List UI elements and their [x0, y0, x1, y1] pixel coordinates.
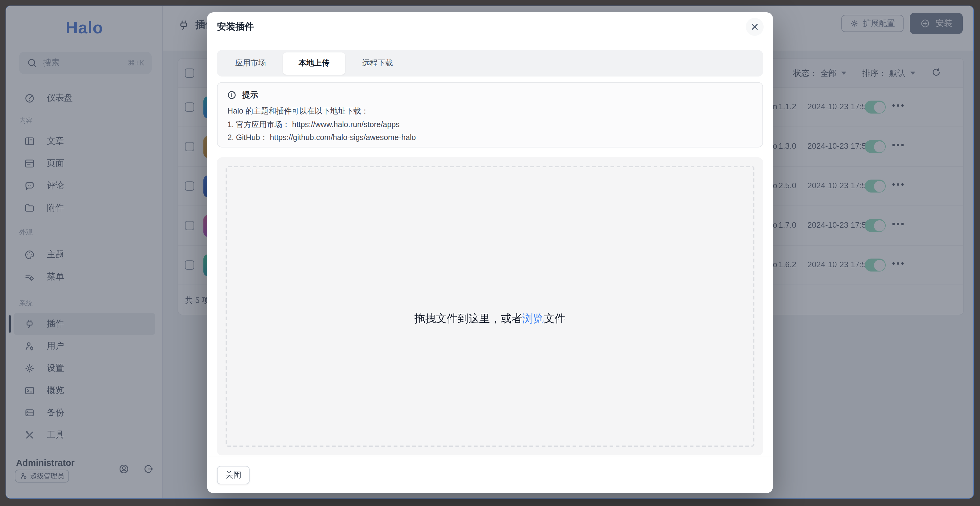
tip-box: 提示 Halo 的主题和插件可以在以下地址下载： 1. 官方应用市场： http… [217, 82, 763, 147]
install-plugin-modal: 安装插件 应用市场 本地上传 远程下载 提示 Halo 的主题和插件可以在以下地… [207, 12, 773, 493]
tip-line: 1. 官方应用市场： https://www.halo.run/store/ap… [228, 120, 400, 130]
modal-header: 安装插件 [207, 12, 773, 42]
modal-tabs: 应用市场 本地上传 远程下载 [217, 50, 763, 77]
close-button[interactable] [746, 18, 764, 36]
tip-line: 2. GitHub： https://github.com/halo-sigs/… [228, 132, 416, 143]
tab-remote-download[interactable]: 远程下载 [347, 52, 409, 74]
dropzone-border [226, 166, 754, 447]
close-icon [750, 22, 759, 32]
upload-dropzone[interactable]: 拖拽文件到这里，或者浏览文件 [217, 157, 763, 455]
modal-footer: 关闭 [207, 457, 773, 493]
info-icon [227, 90, 237, 100]
dropzone-text: 拖拽文件到这里，或者浏览文件 [217, 311, 763, 326]
browse-link[interactable]: 浏览 [522, 312, 544, 325]
tip-line: Halo 的主题和插件可以在以下地址下载： [228, 106, 369, 117]
tab-app-market[interactable]: 应用市场 [220, 52, 282, 74]
tip-title: 提示 [242, 89, 258, 101]
modal-close-button[interactable]: 关闭 [217, 466, 250, 484]
modal-title: 安装插件 [217, 21, 254, 33]
tab-local-upload[interactable]: 本地上传 [283, 52, 345, 74]
